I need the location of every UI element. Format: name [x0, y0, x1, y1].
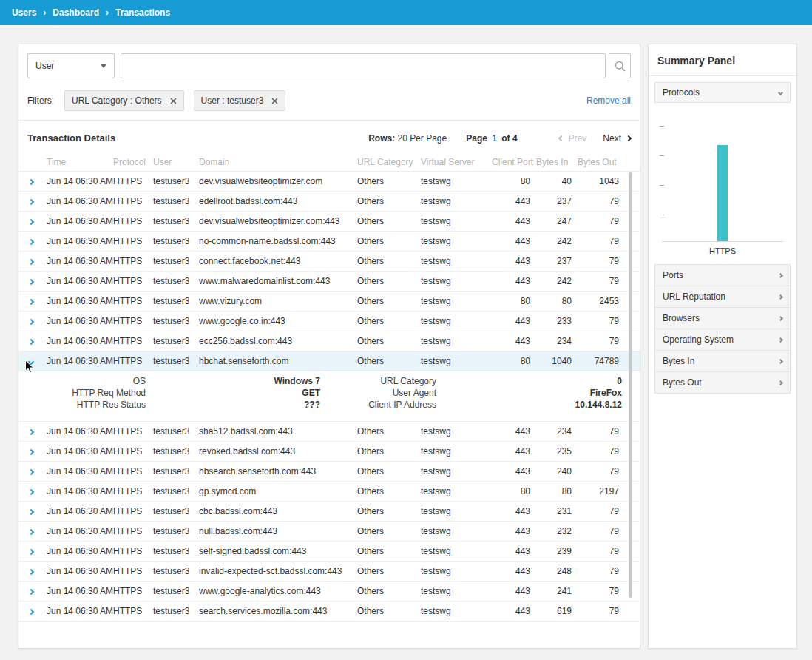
expand-chevron-icon[interactable] — [28, 359, 34, 365]
cell-bytes-in: 240 — [536, 466, 578, 477]
remove-filter-button[interactable] — [271, 98, 278, 104]
expand-chevron-icon[interactable] — [28, 319, 34, 325]
cell-protocol: HTTPS — [113, 296, 153, 306]
table-row[interactable]: Jun 14 06:30 AM HTTPS testuser3 ecc256.b… — [18, 331, 640, 351]
expand-chevron-icon[interactable] — [28, 509, 34, 515]
cell-domain: no-common-name.badssl.com:443 — [199, 236, 357, 246]
expander-cell — [27, 196, 47, 206]
expand-chevron-icon[interactable] — [28, 179, 34, 185]
prev-page-button[interactable]: Prev — [559, 133, 587, 144]
expand-chevron-icon[interactable] — [28, 529, 34, 535]
table-row[interactable]: Jun 14 06:30 AM HTTPS testuser3 www.goog… — [18, 312, 640, 331]
table-row[interactable]: Jun 14 06:30 AM HTTPS testuser3 revoked.… — [18, 442, 640, 462]
cell-bytes-in: 239 — [536, 546, 578, 556]
cell-user: testuser3 — [153, 526, 199, 536]
table-row[interactable]: Jun 14 06:30 AM HTTPS testuser3 sha512.b… — [18, 422, 640, 442]
search-button[interactable] — [609, 53, 631, 78]
accordion-protocols[interactable]: Protocols — [654, 82, 791, 103]
expand-chevron-icon[interactable] — [28, 449, 34, 455]
column-client-port: Client Port — [492, 157, 536, 167]
expand-chevron-icon[interactable] — [28, 279, 34, 285]
table-row[interactable]: Jun 14 06:30 AM HTTPS testuser3 www.malw… — [18, 272, 640, 292]
remove-all-filters-link[interactable]: Remove all — [586, 95, 631, 106]
accordion-section[interactable]: Bytes Out — [655, 372, 790, 394]
table-row[interactable]: Jun 14 06:30 AM HTTPS testuser3 invalid-… — [18, 562, 640, 582]
table-row[interactable]: Jun 14 06:30 AM HTTPS testuser3 connect.… — [18, 252, 640, 272]
accordion-section[interactable]: Browsers — [655, 308, 790, 329]
expander-cell — [27, 316, 47, 326]
cell-url-category: Others — [357, 216, 421, 226]
expander-cell — [27, 586, 47, 596]
expand-chevron-icon[interactable] — [28, 569, 34, 575]
expand-chevron-icon[interactable] — [28, 489, 34, 495]
cell-bytes-in: 234 — [536, 426, 578, 437]
table-row[interactable]: Jun 14 06:30 AM HTTPS testuser3 www.goog… — [18, 582, 640, 602]
breadcrumb-item-transactions[interactable]: Transactions — [115, 7, 170, 18]
cell-url-category: Others — [357, 526, 421, 536]
accordion-section[interactable]: Bytes In — [655, 351, 790, 372]
table-row[interactable]: Jun 14 06:30 AM HTTPS testuser3 null.bad… — [18, 522, 640, 542]
expand-chevron-icon[interactable] — [28, 299, 34, 305]
expand-chevron-icon[interactable] — [28, 239, 34, 245]
expander-cell — [27, 446, 47, 457]
expand-chevron-icon[interactable] — [28, 219, 34, 225]
expand-chevron-icon[interactable] — [28, 339, 34, 345]
table-row[interactable]: Jun 14 06:30 AM HTTPS testuser3 self-sig… — [18, 542, 640, 562]
table-row[interactable]: Jun 14 06:30 AM HTTPS testuser3 no-commo… — [18, 232, 640, 252]
column-bytes-in: Bytes In — [536, 157, 578, 167]
cell-bytes-in: 242 — [536, 276, 578, 286]
current-page-number[interactable]: 1 — [492, 133, 497, 144]
filter-chip-url-category: URL Category : Others — [64, 90, 184, 111]
table-row[interactable]: Jun 14 06:30 AM HTTPS testuser3 www.vizu… — [18, 292, 640, 312]
accordion-section[interactable]: Operating System — [655, 329, 790, 351]
table-row[interactable]: Jun 14 06:30 AM HTTPS testuser3 gp.symcd… — [18, 482, 640, 502]
table-row[interactable]: Jun 14 06:30 AM HTTPS testuser3 edellroo… — [18, 192, 640, 212]
cell-url-category: Others — [357, 296, 421, 306]
search-field-selector[interactable]: User — [27, 53, 115, 78]
detail-http-res-status: HTTP Res Status ??? — [27, 400, 329, 411]
expand-chevron-icon[interactable] — [28, 589, 34, 595]
expand-chevron-icon[interactable] — [28, 609, 34, 615]
accordion-protocols-label: Protocols — [663, 87, 700, 98]
accordion-section[interactable]: URL Reputation — [655, 286, 790, 308]
accordion-section[interactable]: Ports — [655, 265, 790, 286]
cell-virtual-server: testswg — [421, 296, 492, 306]
expander-cell — [27, 466, 47, 477]
cell-virtual-server: testswg — [421, 566, 492, 576]
cell-time: Jun 14 06:30 AM — [47, 296, 113, 306]
table-row[interactable]: Jun 14 06:30 AM HTTPS testuser3 dev.visu… — [18, 212, 640, 232]
table-row[interactable]: Jun 14 06:30 AM HTTPS testuser3 hbsearch… — [18, 462, 640, 482]
expand-chevron-icon[interactable] — [28, 199, 34, 205]
cell-protocol: HTTPS — [113, 526, 153, 536]
table-row[interactable]: Jun 14 06:30 AM HTTPS testuser3 hbchat.s… — [18, 351, 640, 371]
cell-protocol: HTTPS — [113, 426, 153, 437]
breadcrumb-item-users[interactable]: Users — [12, 7, 36, 18]
cell-url-category: Others — [357, 276, 421, 286]
table-row[interactable]: Jun 14 06:30 AM HTTPS testuser3 dev.visu… — [18, 172, 640, 192]
cell-time: Jun 14 06:30 AM — [47, 526, 113, 536]
expand-chevron-icon[interactable] — [28, 429, 34, 435]
expand-chevron-icon[interactable] — [28, 469, 34, 475]
cell-bytes-out: 79 — [578, 506, 625, 516]
table-row[interactable]: Jun 14 06:30 AM HTTPS testuser3 search.s… — [18, 602, 640, 622]
protocols-bar[interactable] — [717, 145, 728, 241]
remove-filter-button[interactable] — [170, 98, 177, 104]
prev-label: Prev — [569, 133, 587, 144]
breadcrumb-item-dashboard[interactable]: Dashboard — [53, 7, 99, 18]
cell-protocol: HTTPS — [113, 546, 153, 556]
chevron-right-icon — [626, 135, 632, 141]
search-input[interactable] — [121, 53, 606, 78]
expand-chevron-icon[interactable] — [28, 259, 34, 265]
expander-cell — [27, 256, 47, 266]
filter-chip-label: User : testuser3 — [201, 95, 264, 106]
vertical-scrollbar[interactable] — [629, 172, 632, 598]
table-row[interactable]: Jun 14 06:30 AM HTTPS testuser3 cbc.bads… — [18, 502, 640, 522]
y-axis-tick — [660, 126, 664, 127]
expand-chevron-icon[interactable] — [28, 549, 34, 555]
rows-per-page[interactable]: Rows: 20 Per Page — [368, 133, 447, 144]
cell-domain: edellroot.badssl.com:443 — [199, 196, 357, 206]
cell-domain: www.google-analytics.com:443 — [199, 586, 357, 596]
cell-url-category: Others — [357, 176, 421, 186]
cell-client-port: 443 — [492, 336, 536, 346]
next-page-button[interactable]: Next — [603, 133, 631, 144]
